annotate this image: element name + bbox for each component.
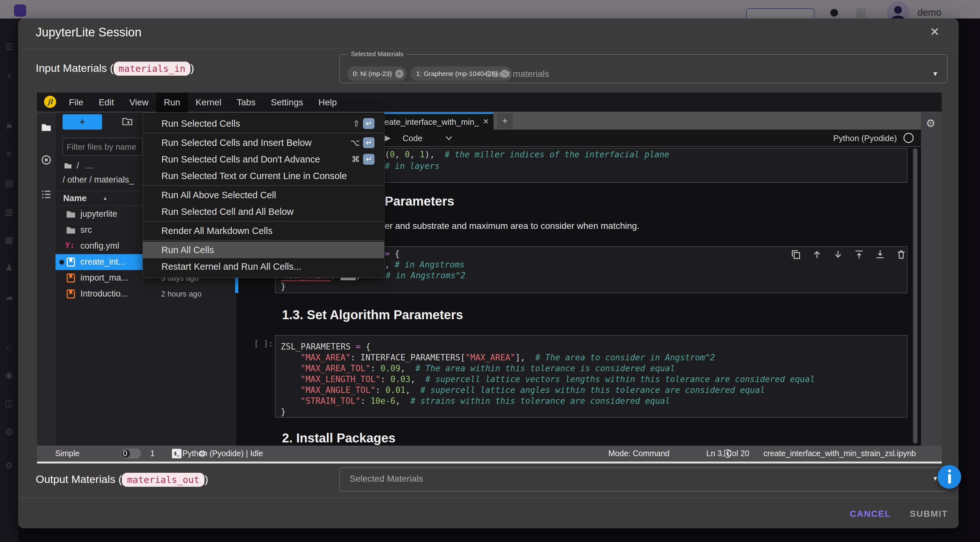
menu-divider [143,185,384,186]
output-materials-suffix: ) [205,473,208,485]
folder-icon [66,225,76,235]
file-modified: 2 hours ago [161,290,202,298]
terminal-icon: $_ [172,449,181,458]
materials-out-badge: materials_out [122,473,205,487]
kernel-name[interactable]: Python (Pyodide) [833,134,897,143]
delete-cell-icon[interactable] [896,249,907,260]
menubar-item-help[interactable]: Help [311,92,345,112]
menu-divider [143,240,384,241]
selected-materials-legend: Selected Materials [348,51,406,58]
divider [37,462,942,464]
notebook-tab[interactable]: eate_interface_with_min_ ✕ [375,112,493,129]
move-down-icon[interactable] [833,249,843,260]
code-line: } [281,406,286,417]
close-tab-icon[interactable]: ✕ [483,117,489,126]
menu-shortcut: ⌥↵ [350,134,374,151]
name-column-header[interactable]: Name [63,193,87,203]
menu-shortcut: ⇧↵ [353,115,374,132]
notebook-file-icon [66,257,76,267]
menu-item[interactable]: Run Selected Cells and Insert Below⌥↵ [143,134,384,151]
menubar-item-kernel[interactable]: Kernel [188,92,229,112]
material-chip-label: 1: Graphene (mp-1040425) [416,70,498,78]
menubar-item-file[interactable]: File [61,92,91,112]
filter-files-input[interactable]: Filter files by name [62,138,142,156]
run-menu: Run Selected Cells⇧↵Run Selected Cells a… [143,112,384,278]
menu-item[interactable]: Restart Kernel and Run All Cells... [143,258,384,275]
breadcrumb-separator: / [76,161,79,171]
menu-item-label: Run Selected Cell and All Below [161,207,293,217]
code-line: = { [385,248,400,259]
file-browser-tab-icon[interactable] [41,122,52,133]
menubar-item-edit[interactable]: Edit [91,92,121,112]
menu-item[interactable]: Render All Markdown Cells [143,223,384,239]
file-name: jupyterlite [80,209,118,219]
menu-item[interactable]: Run All Above Selected Cell [143,187,384,203]
output-materials-prefix: Output Materials ( [36,473,122,485]
menu-item[interactable]: Run Selected Cells⇧↵ [143,115,384,132]
breadcrumb-home-icon[interactable] [63,161,73,170]
cancel-button[interactable]: CANCEL [846,506,895,521]
menu-item[interactable]: Run Selected Cells and Don't Advance⌘↵ [143,151,384,167]
insert-below-icon[interactable] [875,249,886,260]
info-button[interactable] [937,465,961,489]
file-row[interactable]: Introductio...2 hours ago [56,286,235,302]
file-name: import_ma... [80,273,128,283]
select-materials-placeholder[interactable]: Select materials [485,69,549,79]
kernel-status-text[interactable]: Python (Pyodide) | Idle [183,449,263,458]
menubar-item-tabs[interactable]: Tabs [229,92,263,112]
materials-in-badge: materials_in [114,62,191,76]
material-chip[interactable]: 0: Ni (mp-23)✕ [347,66,407,81]
gear-icon[interactable]: ⚙ [926,117,935,129]
code-line: # in layers [385,161,440,171]
jupyter-menu-items: FileEditViewRunKernelTabsSettingsHelp [61,92,345,112]
code-line: "MAX_ANGLE_TOL": 0.01, # supercell latti… [301,385,765,395]
insert-above-icon[interactable] [854,249,864,260]
simple-mode-label: Simple [55,449,80,458]
submit-button[interactable]: SUBMIT [906,506,951,521]
menubar-item-run[interactable]: Run [156,92,188,112]
menu-item-label: Run All Cells [161,245,214,255]
modifier-key-icon: ⌘ [352,151,360,167]
return-key-icon: ↵ [363,137,374,148]
running-kernels-tab-icon[interactable] [41,155,52,165]
chevron-down-icon[interactable]: ▼ [932,70,939,78]
cell-type-dropdown[interactable]: Code [402,134,422,143]
kernel-count: 1 [150,449,155,458]
new-folder-icon[interactable] [121,116,134,127]
notebook-scrollbar[interactable] [913,148,918,444]
remove-chip-icon[interactable]: ✕ [395,70,404,78]
new-tab-button[interactable]: + [497,113,513,129]
notebook-tab-title: eate_interface_with_min_ [384,117,479,127]
code-line: (0, 0, 1), # the miller indices of the i… [385,149,669,160]
menu-item[interactable]: Run Selected Cell and All Below [143,203,384,220]
output-materials-label: Output Materials (materials_out) [36,473,208,486]
menubar-item-settings[interactable]: Settings [263,92,311,112]
chevron-down-icon[interactable] [445,136,453,141]
duplicate-cell-icon[interactable] [791,249,801,260]
move-up-icon[interactable] [811,249,822,260]
output-materials-dropdown[interactable] [339,467,947,491]
return-key-icon: ↵ [363,154,374,165]
file-name: create_int... [80,257,126,267]
jupyter-right-strip [921,112,942,446]
sort-ascending-icon[interactable]: ▲ [103,195,108,201]
notebook-file-icon [66,273,76,283]
run-cell-icon[interactable]: ▶ [385,134,390,142]
new-launcher-button[interactable]: + [62,114,102,129]
statusbar-filename: create_interface_with_min_strain_zsl.ipy… [764,449,916,458]
code-line: , # in Angstroms [385,259,465,270]
code-line: "MAX_LENGTH_TOL": 0.03, # supercell latt… [301,374,815,385]
file-name: config.yml [80,241,119,251]
cursor-position[interactable]: Ln 3, Col 20 [706,449,749,458]
return-key-icon: ↵ [363,118,374,129]
jupyterlite-logo-icon: jl [44,96,56,108]
table-of-contents-tab-icon[interactable] [41,189,52,200]
breadcrumb-ellipsis[interactable]: … [85,161,94,171]
menu-item[interactable]: Run All Cells [143,242,384,258]
menubar-item-view[interactable]: View [121,92,156,112]
menu-item[interactable]: Run Selected Text or Current Line in Con… [143,167,384,184]
kernel-status-icon[interactable] [904,133,914,143]
menu-item-label: Run Selected Cells [161,118,240,129]
close-icon[interactable]: ✕ [927,24,942,40]
divider [18,497,959,498]
